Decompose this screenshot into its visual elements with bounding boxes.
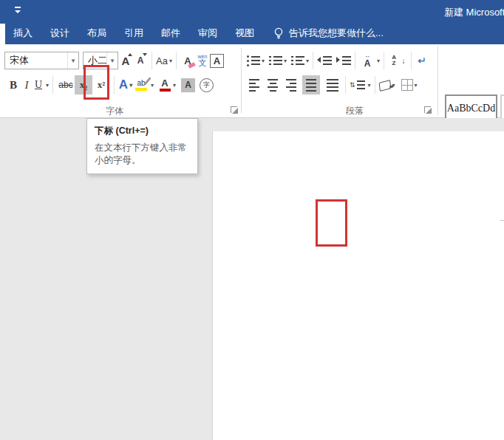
margin-corner-mark (500, 220, 504, 221)
line-spacing-dropdown-icon: ▾ (368, 82, 371, 89)
bullets-dropdown-icon: ▾ (262, 58, 265, 64)
italic-button[interactable]: I (21, 75, 33, 94)
text-effects-button[interactable]: A ▾ (118, 75, 133, 94)
font-dialog-launcher[interactable] (231, 106, 237, 113)
title-bar: 新建 Microsoft (0, 0, 504, 22)
bullets-button[interactable]: ▾ (247, 51, 265, 70)
divider (176, 52, 177, 69)
enclose-character-icon: 字 (200, 78, 214, 92)
justify-button[interactable] (302, 75, 320, 94)
sort-z-label: Z (392, 61, 396, 66)
ribbon-tab-row: 插入 设计 布局 引用 邮件 审阅 视图 告诉我您想要做什么... (0, 22, 504, 44)
tell-me-label: 告诉我您想要做什么... (289, 27, 384, 40)
highlight-dropdown-icon[interactable]: ▾ (151, 82, 154, 89)
tab-review[interactable]: 审阅 (198, 27, 217, 40)
divider (345, 76, 346, 94)
tab-mailings[interactable]: 邮件 (161, 27, 180, 40)
text-effects-dropdown-icon: ▾ (129, 82, 132, 89)
document-page[interactable]: CH4 ↵ (212, 131, 504, 440)
strikethrough-button[interactable]: abc (57, 75, 75, 94)
qat-chevron (15, 10, 21, 13)
subscript-button[interactable]: x₂ (75, 75, 92, 94)
enclose-characters-button[interactable]: 字 (200, 75, 214, 94)
document-area: CH4 ↵ 查询啦 chaxunla.com (0, 118, 504, 440)
asian-layout-button[interactable]: ↔ A (359, 51, 375, 70)
numbering-button[interactable]: ▾ (269, 51, 287, 70)
grow-font-button[interactable]: A (118, 51, 133, 70)
quick-access-toolbar-customize-icon[interactable] (14, 7, 21, 14)
divider (313, 52, 313, 69)
group-separator (437, 46, 438, 115)
tooltip-title: 下标 (Ctrl+=) (95, 125, 190, 137)
font-name-dropdown-icon[interactable]: ▾ (67, 52, 78, 69)
paragraph-dialog-launcher[interactable] (424, 106, 431, 113)
multilevel-dropdown-icon: ▾ (306, 58, 309, 64)
clear-formatting-button[interactable]: A (180, 51, 195, 70)
font-color-button[interactable]: A (158, 75, 171, 94)
align-right-button[interactable] (284, 75, 299, 94)
divider (151, 52, 152, 69)
numbering-dropdown-icon: ▾ (284, 58, 287, 64)
increase-indent-button[interactable] (336, 51, 351, 70)
show-hide-marks-button[interactable]: ↵ (415, 51, 429, 70)
font-size-combo[interactable]: 小二 ▾ (83, 52, 118, 69)
multilevel-list-button[interactable]: ▾ (291, 51, 309, 70)
phonetic-guide-button[interactable]: wén 文 (195, 51, 210, 70)
font-color-dropdown-icon[interactable]: ▾ (173, 82, 176, 89)
borders-dropdown-icon[interactable]: ▾ (415, 82, 418, 89)
text-highlight-button[interactable]: ab (133, 75, 149, 94)
tell-me-box[interactable]: 告诉我您想要做什么... (273, 27, 384, 40)
group-separator (241, 48, 242, 113)
sort-arrow-icon: ↓ (400, 51, 407, 70)
word-window: 新建 Microsoft 插入 设计 布局 引用 邮件 审阅 视图 告诉我您想要… (0, 0, 504, 440)
borders-button[interactable] (401, 75, 413, 94)
asian-layout-letter: A (364, 59, 371, 68)
sort-button[interactable]: A Z (388, 51, 400, 70)
tab-view[interactable]: 视图 (235, 27, 254, 40)
lightbulb-icon (273, 27, 284, 40)
shrink-font-button[interactable]: A (133, 51, 148, 70)
font-name-combo[interactable]: 宋体 ▾ (4, 52, 79, 69)
tab-insert[interactable]: 插入 (13, 27, 33, 40)
decrease-indent-icon (317, 57, 321, 63)
subscript-tooltip: 下标 (Ctrl+=) 在文本行下方键入非常小的字母。 (86, 118, 198, 174)
style-sample-text: AaBbCcDd (447, 103, 495, 114)
tab-references[interactable]: 引用 (124, 27, 143, 40)
bold-button[interactable]: B (6, 75, 21, 94)
change-case-button[interactable]: Aa ▾ (156, 51, 172, 70)
tooltip-body: 在文本行下方键入非常小的字母。 (95, 142, 190, 167)
divider (384, 52, 384, 69)
divider (375, 76, 375, 94)
line-spacing-button[interactable]: ⇅ ▾ (350, 75, 371, 94)
change-case-dropdown-icon: ▾ (169, 58, 172, 64)
distribute-button[interactable] (324, 75, 341, 94)
window-title: 新建 Microsoft (444, 6, 504, 19)
font-name-value: 宋体 (5, 54, 67, 67)
align-left-button[interactable] (247, 75, 262, 94)
qat-bar (15, 7, 21, 8)
font-group-label: 字体 (106, 105, 123, 117)
ribbon: 宋体 ▾ 小二 ▾ A A Aa ▾ A wén 文 A (0, 44, 504, 118)
change-case-label: Aa (156, 55, 168, 66)
home-tab-edge (0, 24, 5, 44)
tab-design[interactable]: 设计 (50, 27, 69, 40)
font-color-label: A (161, 78, 168, 88)
paint-bucket-icon (378, 80, 391, 92)
highlight-color-bar (135, 88, 147, 91)
divider (355, 52, 355, 69)
decrease-indent-button[interactable] (317, 51, 332, 70)
underline-dropdown-icon[interactable]: ▾ (46, 82, 49, 89)
phonetic-label: 文 (198, 59, 206, 67)
borders-grid-icon (401, 79, 413, 91)
underline-button[interactable]: U (33, 75, 44, 94)
tab-layout[interactable]: 布局 (87, 27, 106, 40)
character-border-button[interactable]: A (210, 51, 224, 70)
align-center-button[interactable] (265, 75, 280, 94)
asian-layout-dropdown-icon[interactable]: ▾ (377, 58, 380, 64)
character-shading-icon: A (181, 78, 195, 92)
character-shading-button[interactable]: A (181, 75, 195, 94)
font-size-dropdown-icon[interactable]: ▾ (106, 52, 118, 69)
text-effects-label: A (119, 78, 128, 92)
superscript-button[interactable]: x² (92, 75, 110, 94)
shading-button[interactable] (379, 75, 391, 94)
